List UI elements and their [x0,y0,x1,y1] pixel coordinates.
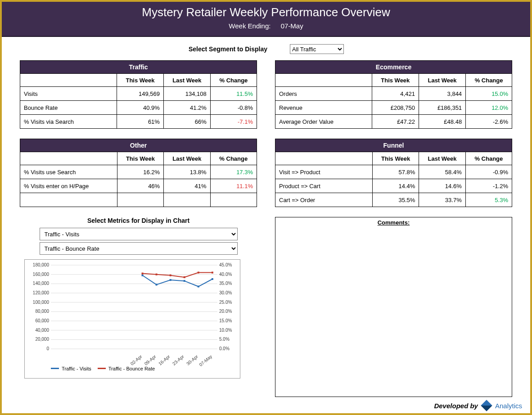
other-table: Other This Week Last Week % Change % Vis… [20,139,257,207]
chart-selector-title: Select Metrics for Display in Chart [20,217,257,224]
developed-by-label: Developed by [434,402,478,410]
page-title: Mystery Retailer Weekly Performance Over… [2,5,530,19]
svg-text:20.0%: 20.0% [219,309,232,314]
week-ending-label: Week Ending: [229,22,271,30]
table-row: Average Order Value£47.22£48.48-2.6% [275,115,512,129]
svg-text:23-Apr: 23-Apr [171,354,185,366]
svg-text:20,000: 20,000 [35,337,49,342]
svg-rect-46 [198,272,199,274]
svg-rect-42 [142,273,144,275]
ecommerce-title: Ecommerce [275,61,512,74]
svg-text:0.0%: 0.0% [219,346,230,351]
svg-rect-45 [184,276,185,278]
svg-text:100,000: 100,000 [33,300,50,305]
table-row: Product => Cart14.4%14.6%-1.2% [275,179,512,193]
svg-rect-43 [156,274,158,275]
svg-text:09-Apr: 09-Apr [144,354,158,366]
svg-text:30-Apr: 30-Apr [185,354,199,366]
svg-text:80,000: 80,000 [35,309,49,314]
svg-text:15.0%: 15.0% [219,318,232,323]
comments-box: Comments: [275,217,512,397]
svg-text:35.0%: 35.0% [219,281,232,286]
table-row: Visits149,569134,10811.5% [20,87,257,101]
svg-text:60,000: 60,000 [35,318,49,323]
ecommerce-table: Ecommerce This Week Last Week % Change O… [275,60,512,129]
table-row: Cart => Order35.5%33.7%5.3% [275,193,512,207]
segment-select[interactable]: All Traffic [290,44,344,54]
other-title: Other [20,139,257,152]
svg-rect-41 [212,278,213,280]
svg-rect-47 [212,272,213,274]
svg-text:5.0%: 5.0% [219,337,230,342]
svg-rect-39 [184,280,185,282]
svg-text:02-Apr: 02-Apr [130,354,144,366]
svg-rect-40 [198,286,199,288]
analytics-logo-icon [481,400,492,411]
metric2-select[interactable]: Traffic - Bounce Rate [40,242,238,255]
funnel-title: Funnel [275,139,512,152]
report-header: Mystery Retailer Weekly Performance Over… [2,2,530,37]
svg-rect-44 [170,275,171,276]
table-row: % Visits via Search61%66%-7.1% [20,115,257,129]
svg-text:16-Apr: 16-Apr [158,354,171,366]
footer: Developed by Analytics [434,401,522,410]
comments-title: Comments: [275,217,512,226]
funnel-table: Funnel This Week Last Week % Change Visi… [275,139,512,207]
svg-text:25.0%: 25.0% [219,300,232,305]
table-row: Visit => Product57.8%58.4%-0.9% [275,165,512,179]
svg-text:10.0%: 10.0% [219,328,232,333]
metric1-select[interactable]: Traffic - Visits [40,228,238,240]
trend-chart: 020,00040,00060,00080,000100,000120,0001… [24,259,240,379]
segment-label: Select Segment to Display [20,45,290,53]
svg-rect-37 [156,284,158,285]
table-row: Orders4,4213,84415.0% [275,87,512,101]
svg-text:160,000: 160,000 [33,272,50,277]
traffic-table: Traffic This Week Last Week % Change Vis… [20,60,257,129]
svg-text:0: 0 [46,346,49,351]
week-ending-value: 07-May [281,22,303,30]
svg-text:07-May: 07-May [198,354,213,367]
svg-text:140,000: 140,000 [33,281,50,286]
table-row: % Visits use Search16.2%13.8%17.3% [20,165,257,179]
table-row [20,193,257,207]
table-row: Revenue£208,750£186,35112.0% [275,101,512,115]
svg-text:120,000: 120,000 [33,290,50,295]
svg-text:45.0%: 45.0% [219,262,232,267]
table-row: Bounce Rate40.9%41.2%-0.8% [20,101,257,115]
brand-name: Analytics [495,402,522,410]
svg-text:30.0%: 30.0% [219,290,232,295]
svg-rect-38 [170,279,171,281]
svg-text:180,000: 180,000 [33,262,50,267]
svg-text:40,000: 40,000 [35,328,49,333]
svg-rect-36 [142,275,144,276]
svg-text:40.0%: 40.0% [219,272,232,277]
table-row: % Visits enter on H/Page46%41%11.1% [20,179,257,193]
traffic-title: Traffic [20,61,257,74]
